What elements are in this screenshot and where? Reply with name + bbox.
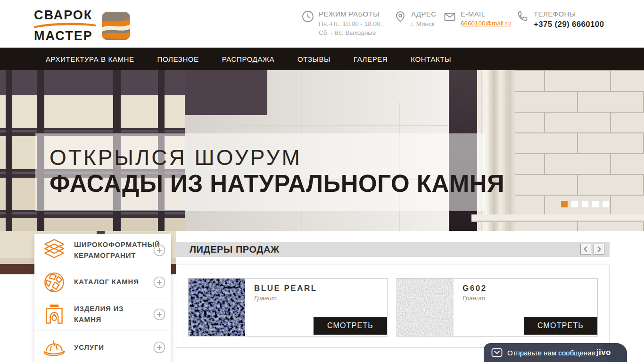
slider-dot-2[interactable] [571,201,578,207]
expand-plus-icon[interactable] [153,276,165,288]
header-email: E-MAIL 6660100@mail.ru [444,10,511,27]
envelope-icon [444,10,456,23]
product-card-g602[interactable]: G602 Гранит СМОТРЕТЬ [396,278,598,337]
logo-line-2: МАСТЕР [34,30,96,42]
sidebar-item-stone-catalog[interactable]: КАТАЛОГ КАМНЯ [34,266,171,298]
sidebar-item-label: УСЛУГИ [74,342,150,353]
prev-arrow-button[interactable] [580,244,591,255]
slider-dot-4[interactable] [592,201,599,207]
work-hours-line2: Сб. - Вс: Выходные [319,29,382,38]
nav-item-reviews[interactable]: ОТЗЫВЫ [297,55,330,63]
chat-message-icon [491,348,503,357]
stone-sphere-icon [41,270,67,295]
logo[interactable]: СВАРОК МАСТЕР [34,9,130,42]
main-nav: АРХИТЕКТУРА В КАМНЕ ПОЛЕЗНОЕ РАСПРОДАЖА … [0,48,644,70]
email-link[interactable]: 6660100@mail.ru [461,20,511,27]
chat-brand-logo: jivo [596,348,611,357]
location-pin-icon [394,10,406,23]
next-arrow-button[interactable] [594,244,604,255]
bestsellers-slider-nav [580,244,604,255]
work-hours-label: РЕЖИМ РАБОТЫ [319,10,382,18]
email-label: E-MAIL [461,10,511,18]
chat-widget[interactable]: Отправьте нам сообщение jivo [484,343,627,362]
nav-item-architecture[interactable]: АРХИТЕКТУРА В КАМНЕ [46,55,134,63]
product-image-blue-pearl [189,279,245,336]
sidebar-item-ceramic[interactable]: ШИРОКОФОРМАТНЫЙ КЕРАМОГРАНИТ [34,234,171,266]
page: СВАРОК МАСТЕР РЕЖИМ РА [0,0,644,362]
work-hours-line1: Пн.-Пт.: 10.00 - 18.00, [319,20,382,29]
slider-dot-3[interactable] [582,201,588,207]
slider-dots [561,201,609,207]
product-image-g602 [397,279,454,336]
view-button[interactable]: СМОТРЕТЬ [314,317,387,335]
phones-label: ТЕЛЕФОНЫ [534,10,604,18]
bestsellers-header: ЛИДЕРЫ ПРОДАЖ [176,242,610,257]
sidebar-item-label: ИЗДЕЛИЯ ИЗ КАМНЯ [74,304,150,325]
slider-dot-1[interactable] [561,201,568,207]
header-address: АДРЕС г. Минск [394,10,437,29]
header-work-hours: РЕЖИМ РАБОТЫ Пн.-Пт.: 10.00 - 18.00, Сб.… [302,10,382,38]
sidebar-item-label: ШИРОКОФОРМАТНЫЙ КЕРАМОГРАНИТ [74,239,150,261]
nav-item-gallery[interactable]: ГАЛЕРЕЯ [354,55,388,63]
sidebar-item-services[interactable]: УСЛУГИ [34,330,171,362]
product-material: Гранит [462,295,485,302]
view-button[interactable]: СМОТРЕТЬ [524,317,597,335]
bestsellers-title: ЛИДЕРЫ ПРОДАЖ [190,242,610,257]
nav-item-contacts[interactable]: КОНТАКТЫ [411,55,451,63]
nav-item-useful[interactable]: ПОЛЕЗНОЕ [157,55,199,63]
address-value: г. Минск [411,20,437,29]
catalog-sidebar: ШИРОКОФОРМАТНЫЙ КЕРАМОГРАНИТ КАТАЛОГ КАМ… [34,234,171,362]
logo-swoosh-icon [34,23,96,28]
nav-item-sale[interactable]: РАСПРОДАЖА [222,55,274,63]
expand-plus-icon[interactable] [153,341,165,354]
header-phones: ТЕЛЕФОНЫ +375 (29) 6660100 [517,10,604,29]
address-label: АДРЕС [411,10,437,18]
sidebar-item-stone-products[interactable]: ИЗДЕЛИЯ ИЗ КАМНЯ [34,298,171,330]
chat-message-text: Отправьте нам сообщение [507,349,595,357]
sidebar-item-label: КАТАЛОГ КАМНЯ [74,277,150,288]
expand-plus-icon[interactable] [153,308,165,321]
product-name: BLUE PEARL [254,284,317,293]
clock-icon [302,10,314,23]
slider-dot-5[interactable] [603,201,609,207]
logo-mark-icon [102,12,130,40]
ceramic-layers-icon [41,238,67,263]
product-name: G602 [462,284,487,293]
bestsellers-panel: BLUE PEARL Гранит СМОТРЕТЬ G602 Гранит С… [176,264,610,348]
expand-plus-icon[interactable] [153,244,165,256]
chevron-left-icon [583,246,589,253]
product-card-blue-pearl[interactable]: BLUE PEARL Гранит СМОТРЕТЬ [188,278,388,337]
chevron-right-icon [596,246,602,253]
fireplace-icon [41,302,67,327]
phone-number: +375 (29) 6660100 [534,20,604,29]
site-header: СВАРОК МАСТЕР РЕЖИМ РА [0,0,644,48]
product-material: Гранит [254,295,277,302]
hero-slider: ОТКРЫЛСЯ ШОУРУМ ФАСАДЫ ИЗ НАТУРАЛЬНОГО К… [0,70,644,231]
hard-hat-icon [41,335,67,360]
hero-title-line2: ФАСАДЫ ИЗ НАТУРАЛЬНОГО КАМНЯ [50,172,504,196]
logo-text: СВАРОК МАСТЕР [34,9,96,42]
phone-icon [517,10,529,23]
hero-title-line1: ОТКРЫЛСЯ ШОУРУМ [50,147,302,168]
logo-line-1: СВАРОК [34,9,96,22]
